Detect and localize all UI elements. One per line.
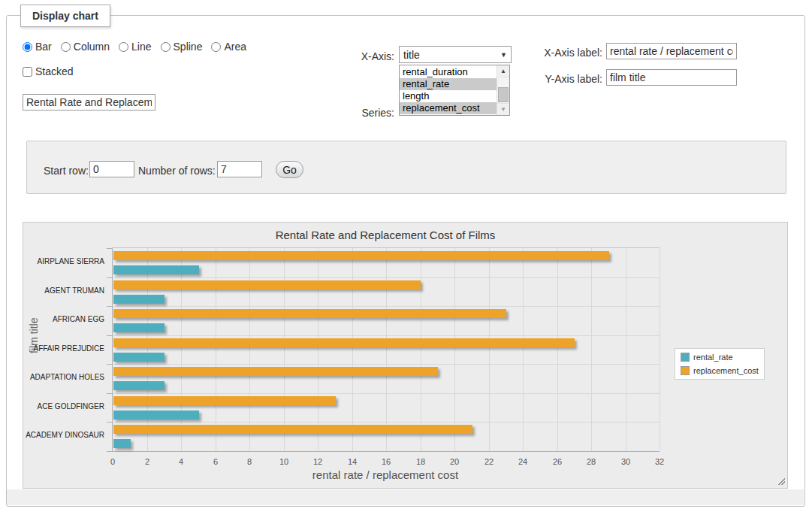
- x-tick-label: 14: [341, 457, 364, 466]
- rows-panel: Start row: Number of rows: Go: [26, 141, 786, 194]
- gridline-horizontal: [113, 422, 660, 423]
- gridline-vertical: [352, 248, 353, 451]
- series-multiselect[interactable]: rental_duration rental_rate length repla…: [399, 65, 510, 116]
- x-axis-label-caption: X-Axis label:: [542, 47, 602, 59]
- radio-option-area[interactable]: Area: [211, 41, 246, 53]
- x-axis-label-input[interactable]: [606, 43, 737, 59]
- radio-option-column[interactable]: Column: [61, 41, 110, 53]
- series-option-rental-rate[interactable]: rental_rate: [400, 78, 497, 90]
- fieldset-legend: Display chart: [20, 5, 110, 27]
- legend-swatch-rental-rate: [681, 353, 690, 362]
- x-tick-label: 22: [478, 457, 500, 466]
- chart-title-input[interactable]: [23, 94, 155, 111]
- bar-rental_rate: [113, 411, 199, 420]
- fieldset-bottom-strip: [7, 489, 804, 505]
- x-axis-select[interactable]: title ▼: [399, 46, 512, 63]
- category-label: ACE GOLDFINGER: [23, 402, 104, 411]
- gridline-vertical: [284, 248, 285, 451]
- chart-box: Rental Rate and Replacement Cost of Film…: [23, 222, 788, 489]
- x-tick-label: 16: [375, 457, 397, 466]
- series-label: Series:: [353, 107, 394, 119]
- series-list-scrollbar[interactable]: ▲ ▼: [497, 65, 509, 115]
- y-axis-label-input[interactable]: [606, 69, 737, 86]
- x-tick-label: 2: [136, 457, 158, 466]
- series-option-rental-duration[interactable]: rental_duration: [400, 66, 497, 78]
- bar-radio[interactable]: [23, 42, 32, 52]
- gridline-vertical: [523, 248, 524, 451]
- series-option-length[interactable]: length: [400, 90, 497, 102]
- scrollbar-thumb[interactable]: [498, 87, 509, 102]
- x-tick-label: 18: [409, 457, 432, 466]
- scroll-down-icon[interactable]: ▼: [497, 103, 509, 115]
- gridline-vertical: [454, 248, 455, 451]
- x-axis-title: rental rate / replacement cost: [112, 468, 659, 481]
- legend-item-rental-rate: rental_rate: [681, 353, 759, 362]
- y-axis-tick: [107, 393, 113, 394]
- bar-rental_rate: [113, 265, 199, 274]
- radio-option-spline[interactable]: Spline: [161, 41, 203, 53]
- bar-replacement_cost: [113, 425, 472, 434]
- line-radio[interactable]: [119, 42, 128, 52]
- category-label: AIRPLANE SIERRA: [23, 257, 104, 265]
- radio-option-bar[interactable]: Bar: [23, 41, 52, 53]
- gridline-vertical: [216, 248, 216, 451]
- spline-radio[interactable]: [161, 42, 171, 52]
- x-tick-label: 12: [306, 457, 329, 466]
- gridline-horizontal: [113, 364, 660, 365]
- column-radio[interactable]: [61, 42, 71, 52]
- category-label: ACADEMY DINOSAUR: [23, 431, 104, 439]
- x-tick-label: 30: [614, 457, 637, 466]
- category-label: ADAPTATION HOLES: [23, 373, 104, 381]
- y-axis-tick: [107, 335, 113, 336]
- num-rows-label: Number of rows:: [138, 165, 216, 177]
- column-radio-label: Column: [74, 41, 110, 53]
- bar-replacement_cost: [113, 280, 421, 289]
- legend-swatch-replacement-cost: [681, 366, 690, 375]
- gridline-vertical: [660, 248, 660, 451]
- series-options: rental_duration rental_rate length repla…: [400, 65, 497, 115]
- x-tick-label: 4: [170, 457, 192, 466]
- series-option-replacement-cost[interactable]: replacement_cost: [400, 102, 497, 114]
- bar-radio-label: Bar: [35, 41, 52, 53]
- x-tick-label: 6: [204, 457, 227, 466]
- go-button[interactable]: Go: [276, 161, 303, 178]
- stacked-checkbox[interactable]: [23, 67, 32, 77]
- bar-replacement_cost: [113, 251, 609, 260]
- bar-replacement_cost: [113, 367, 438, 376]
- bar-rental_rate: [113, 295, 165, 304]
- gridline-vertical: [557, 248, 558, 451]
- legend-label-replacement-cost: replacement_cost: [693, 366, 759, 375]
- chart-resize-handle-icon[interactable]: [777, 477, 785, 485]
- line-radio-label: Line: [131, 41, 151, 53]
- chart-type-radio-group: Bar Column Line Spline Area: [23, 41, 246, 53]
- y-axis-tick: [107, 451, 113, 452]
- bar-rental_rate: [113, 323, 165, 332]
- x-tick-label: 20: [443, 457, 466, 466]
- num-rows-input[interactable]: [217, 161, 262, 177]
- start-row-label: Start row:: [44, 165, 89, 177]
- start-row-input[interactable]: [89, 161, 134, 177]
- x-tick-label: 8: [238, 457, 261, 466]
- area-radio[interactable]: [211, 42, 221, 52]
- scroll-up-icon[interactable]: ▲: [497, 65, 509, 77]
- bar-replacement_cost: [113, 396, 336, 405]
- stacked-option[interactable]: Stacked: [23, 65, 74, 77]
- chart-builder-page: Display chart Bar Column Line Spline Are…: [0, 0, 812, 512]
- x-tick-label: 28: [580, 457, 602, 466]
- y-axis-tick: [107, 422, 113, 423]
- x-tick-label: 10: [273, 457, 295, 466]
- gridline-vertical: [386, 248, 387, 451]
- gridline-vertical: [249, 248, 250, 451]
- x-axis-selected-value: title: [403, 49, 420, 61]
- x-tick-label: 26: [546, 457, 569, 466]
- chart-plot: 02468101214161820222426283032: [112, 247, 660, 452]
- radio-option-line[interactable]: Line: [119, 41, 151, 53]
- chart-legend: rental_rate replacement_cost: [675, 348, 765, 380]
- category-label: AGENT TRUMAN: [23, 286, 104, 295]
- x-tick-label: 24: [512, 457, 534, 466]
- gridline-vertical: [318, 248, 318, 451]
- x-tick-label: 0: [101, 457, 124, 466]
- gridline-horizontal: [113, 306, 660, 307]
- bar-rental_rate: [113, 381, 165, 390]
- gridline-vertical: [626, 248, 626, 451]
